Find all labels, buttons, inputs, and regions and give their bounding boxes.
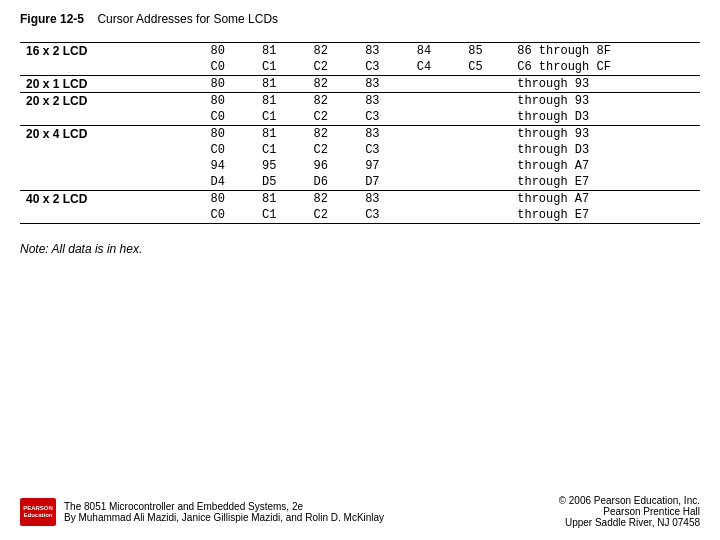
footer: PEARSONEducation The 8051 Microcontrolle… — [0, 495, 720, 528]
through-range-cell: through A7 — [501, 191, 700, 208]
hex-value-cell — [398, 191, 450, 208]
hex-value-cell: 80 — [192, 93, 244, 110]
lcd-label-cell — [20, 59, 192, 76]
table-row: C0C1C2C3through D3 — [20, 142, 700, 158]
hex-value-cell: C4 — [398, 59, 450, 76]
hex-value-cell: C0 — [192, 59, 244, 76]
hex-value-cell: D6 — [295, 174, 347, 191]
hex-value-cell — [450, 158, 502, 174]
hex-value-cell — [450, 109, 502, 126]
lcd-label-cell — [20, 158, 192, 174]
figure-label: Figure 12-5 — [20, 12, 84, 26]
hex-value-cell: C2 — [295, 109, 347, 126]
lcd-label-cell: 16 x 2 LCD — [20, 43, 192, 60]
lcd-label-cell: 20 x 2 LCD — [20, 93, 192, 110]
footer-left: PEARSONEducation The 8051 Microcontrolle… — [20, 495, 384, 528]
hex-value-cell: 81 — [243, 93, 295, 110]
hex-value-cell: C3 — [347, 59, 399, 76]
hex-value-cell: C3 — [347, 142, 399, 158]
hex-value-cell: C2 — [295, 142, 347, 158]
hex-value-cell: 80 — [192, 191, 244, 208]
hex-value-cell: C3 — [347, 109, 399, 126]
hex-value-cell — [450, 126, 502, 143]
hex-value-cell: 80 — [192, 126, 244, 143]
lcd-label-cell: 20 x 4 LCD — [20, 126, 192, 143]
lcd-label-cell — [20, 142, 192, 158]
table-row: 94959697through A7 — [20, 158, 700, 174]
hex-value-cell: 81 — [243, 76, 295, 93]
hex-value-cell: 81 — [243, 191, 295, 208]
hex-value-cell: 82 — [295, 93, 347, 110]
hex-value-cell: C0 — [192, 207, 244, 224]
figure-title: Cursor Addresses for Some LCDs — [97, 12, 278, 26]
hex-value-cell: C3 — [347, 207, 399, 224]
through-range-cell: through D3 — [501, 109, 700, 126]
table-row: 20 x 4 LCD80818283through 93 — [20, 126, 700, 143]
hex-value-cell: C1 — [243, 109, 295, 126]
hex-value-cell — [398, 142, 450, 158]
lcd-label-cell — [20, 174, 192, 191]
hex-value-cell: 80 — [192, 43, 244, 60]
lcd-label-cell — [20, 207, 192, 224]
note-text: Note: All data is in hex. — [20, 242, 142, 256]
table-row: 20 x 2 LCD80818283through 93 — [20, 93, 700, 110]
pearson-logo: PEARSONEducation — [20, 498, 56, 526]
hex-value-cell: D4 — [192, 174, 244, 191]
hex-value-cell — [450, 174, 502, 191]
table-row: C0C1C2C3through E7 — [20, 207, 700, 224]
hex-value-cell: D7 — [347, 174, 399, 191]
hex-value-cell: 82 — [295, 191, 347, 208]
through-range-cell: 86 through 8F — [501, 43, 700, 60]
through-range-cell: through A7 — [501, 158, 700, 174]
hex-value-cell: 81 — [243, 43, 295, 60]
hex-value-cell — [450, 93, 502, 110]
hex-value-cell — [398, 158, 450, 174]
through-range-cell: through D3 — [501, 142, 700, 158]
hex-value-cell — [450, 76, 502, 93]
table-row: C0C1C2C3through D3 — [20, 109, 700, 126]
hex-value-cell: C1 — [243, 59, 295, 76]
through-range-cell: through E7 — [501, 207, 700, 224]
through-range-cell: through 93 — [501, 76, 700, 93]
hex-value-cell: 82 — [295, 76, 347, 93]
hex-value-cell: C2 — [295, 207, 347, 224]
hex-value-cell: 96 — [295, 158, 347, 174]
lcd-label-cell: 40 x 2 LCD — [20, 191, 192, 208]
hex-value-cell: 85 — [450, 43, 502, 60]
hex-value-cell — [450, 207, 502, 224]
hex-value-cell: 83 — [347, 126, 399, 143]
through-range-cell: through E7 — [501, 174, 700, 191]
footer-right: © 2006 Pearson Education, Inc. Pearson P… — [559, 495, 700, 528]
hex-value-cell: 83 — [347, 191, 399, 208]
lcd-label-cell: 20 x 1 LCD — [20, 76, 192, 93]
hex-value-cell: 83 — [347, 76, 399, 93]
hex-value-cell — [398, 109, 450, 126]
hex-value-cell: 94 — [192, 158, 244, 174]
table-row: C0C1C2C3C4C5C6 through CF — [20, 59, 700, 76]
table-row: 20 x 1 LCD80818283through 93 — [20, 76, 700, 93]
hex-value-cell: C0 — [192, 109, 244, 126]
hex-value-cell: 95 — [243, 158, 295, 174]
through-range-cell: through 93 — [501, 126, 700, 143]
table-row: D4D5D6D7through E7 — [20, 174, 700, 191]
table-container: 16 x 2 LCD80818283848586 through 8FC0C1C… — [0, 32, 720, 234]
hex-value-cell — [450, 142, 502, 158]
hex-value-cell: C0 — [192, 142, 244, 158]
hex-value-cell — [398, 126, 450, 143]
hex-value-cell — [398, 174, 450, 191]
copyright-line3: Upper Saddle River, NJ 07458 — [559, 517, 700, 528]
hex-value-cell — [398, 207, 450, 224]
hex-value-cell: 97 — [347, 158, 399, 174]
hex-value-cell: C2 — [295, 59, 347, 76]
footer-book-info: The 8051 Microcontroller and Embedded Sy… — [64, 501, 384, 523]
table-row: 16 x 2 LCD80818283848586 through 8F — [20, 43, 700, 60]
hex-value-cell — [450, 191, 502, 208]
hex-value-cell — [398, 93, 450, 110]
hex-value-cell: C5 — [450, 59, 502, 76]
hex-value-cell: C1 — [243, 142, 295, 158]
hex-value-cell — [398, 76, 450, 93]
copyright-line1: © 2006 Pearson Education, Inc. — [559, 495, 700, 506]
hex-value-cell: 83 — [347, 93, 399, 110]
through-range-cell: C6 through CF — [501, 59, 700, 76]
hex-value-cell: C1 — [243, 207, 295, 224]
